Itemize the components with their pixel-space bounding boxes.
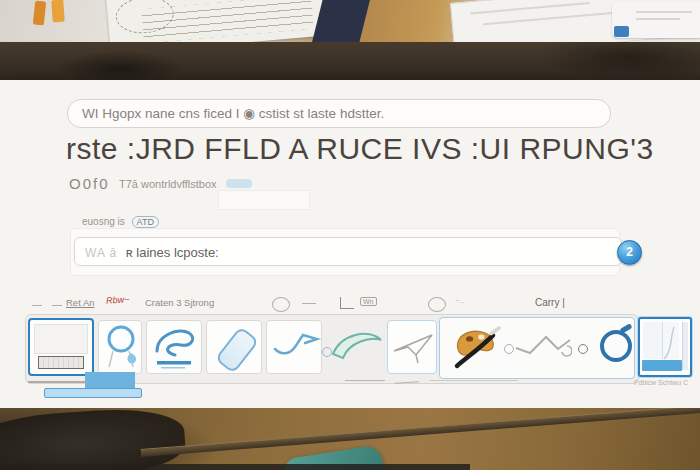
screenshot-stage: WI Hgopx nane cns ficed I ◉ cstist st la… bbox=[0, 0, 700, 470]
paper-plane-icon bbox=[388, 321, 438, 373]
handwriting-lines bbox=[141, 0, 313, 42]
search-input-text: WI Hgopx nane cns ficed I ◉ cstist st la… bbox=[82, 106, 384, 121]
toolbar-label-carry: Carry | bbox=[535, 297, 565, 308]
tablet-edge-top bbox=[311, 0, 372, 42]
faint-note: ~.. bbox=[455, 296, 464, 305]
ellipse-icon[interactable] bbox=[428, 297, 446, 312]
keyboard-bar-icon bbox=[38, 356, 84, 369]
subtitle-row: O0f0 T7ā wontrldvfflstbox bbox=[69, 174, 252, 190]
subtitle-text: T7ā wontrldvfflstbox bbox=[119, 178, 217, 190]
blue-logo-chip bbox=[614, 26, 629, 37]
thumbnail-monitor-form[interactable] bbox=[28, 318, 94, 376]
thumbnail-blue-ring[interactable] bbox=[586, 320, 634, 374]
crop-bracket-icon[interactable] bbox=[340, 297, 354, 309]
blue-link-chip[interactable] bbox=[226, 179, 252, 188]
tilted-card-icon bbox=[215, 326, 260, 374]
blue-ring-icon bbox=[600, 330, 632, 362]
thumbnail-check-swoosh[interactable] bbox=[266, 320, 322, 374]
document-line bbox=[483, 10, 633, 25]
dash-mark bbox=[302, 303, 316, 304]
door-bottom-bar bbox=[642, 360, 682, 371]
orange-marker bbox=[51, 0, 65, 22]
line-chart-sketch-icon bbox=[514, 322, 572, 374]
bracket-badge: Wn bbox=[360, 297, 377, 306]
field-label: euosng is ATD bbox=[82, 216, 159, 228]
ghost-highlight-box bbox=[218, 190, 310, 210]
teal-swoosh-icon bbox=[329, 320, 384, 374]
screen-bezel-bar bbox=[0, 42, 700, 80]
main-panel: WI Hgopx nane cns ficed I ◉ cstist st la… bbox=[0, 80, 700, 408]
toolbar-label-center: Craten 3 Sjtrong bbox=[145, 297, 214, 308]
sketch-notebook bbox=[106, 0, 348, 42]
sketch-dash bbox=[430, 380, 518, 381]
desk-shadow-strip bbox=[0, 464, 470, 470]
thumbnail-tilted-card[interactable] bbox=[206, 320, 262, 374]
text-field[interactable]: WA ā ʀ laines lcposte: bbox=[74, 237, 622, 266]
red-annotation: Rbw~ bbox=[106, 294, 130, 306]
paper-card-line bbox=[636, 18, 680, 20]
document-line bbox=[470, 2, 590, 14]
subtitle-prefix: O0f0 bbox=[69, 175, 110, 192]
search-input[interactable]: WI Hgopx nane cns ficed I ◉ cstist st la… bbox=[67, 99, 611, 128]
tablet-edge-bottom bbox=[141, 408, 700, 457]
orange-marker bbox=[33, 0, 46, 25]
thumbnail-line-chart[interactable] bbox=[514, 322, 572, 374]
laptop-base-bar bbox=[44, 388, 142, 398]
text-field-prefix: WA ā bbox=[85, 246, 117, 260]
submit-button[interactable]: 2 bbox=[617, 240, 642, 265]
ellipse-icon[interactable] bbox=[272, 297, 290, 312]
dash-mark bbox=[52, 305, 62, 306]
paper-card-line bbox=[636, 11, 692, 13]
thumbnail-swoosh-bird[interactable] bbox=[146, 320, 202, 374]
swoosh-bird-icon bbox=[147, 321, 203, 373]
thumbnail-teal-swoosh[interactable] bbox=[329, 320, 384, 374]
laptop-base-fill bbox=[85, 372, 135, 388]
thumbnail-subgroup bbox=[439, 317, 635, 379]
thumbnail-paint-palette[interactable] bbox=[448, 320, 502, 374]
dash-mark bbox=[32, 305, 42, 306]
page-title: rste :JRD FFLD A RUCE IVS :UI RPUNG'3 bbox=[66, 132, 666, 166]
desk-photo-bottom bbox=[0, 408, 700, 470]
chart-dot-icon bbox=[504, 344, 514, 354]
monitor-screen-icon bbox=[34, 324, 88, 354]
toolbar-link-ret-an[interactable]: Ret An bbox=[66, 297, 95, 308]
check-swoosh-icon bbox=[267, 321, 323, 373]
gray-underline bbox=[28, 381, 86, 383]
thumbnail-caption: Fdbicw Schtwu C bbox=[634, 379, 688, 386]
desk-photo-top bbox=[0, 0, 700, 42]
paint-palette-icon bbox=[448, 320, 502, 374]
sketch-dash bbox=[345, 380, 385, 381]
door-curve-icon bbox=[644, 325, 684, 361]
thumbnail-magnifier[interactable] bbox=[98, 320, 142, 374]
magnifier-icon bbox=[99, 321, 143, 373]
thumbnail-paper-plane[interactable] bbox=[387, 320, 437, 374]
blue-ring-knob-icon bbox=[620, 323, 633, 333]
field-label-text: euosng is bbox=[82, 216, 125, 227]
thumbnail-door-panel[interactable] bbox=[638, 317, 692, 377]
text-field-value: ʀ laines lcposte: bbox=[126, 245, 219, 260]
field-label-badge[interactable]: ATD bbox=[132, 216, 159, 228]
